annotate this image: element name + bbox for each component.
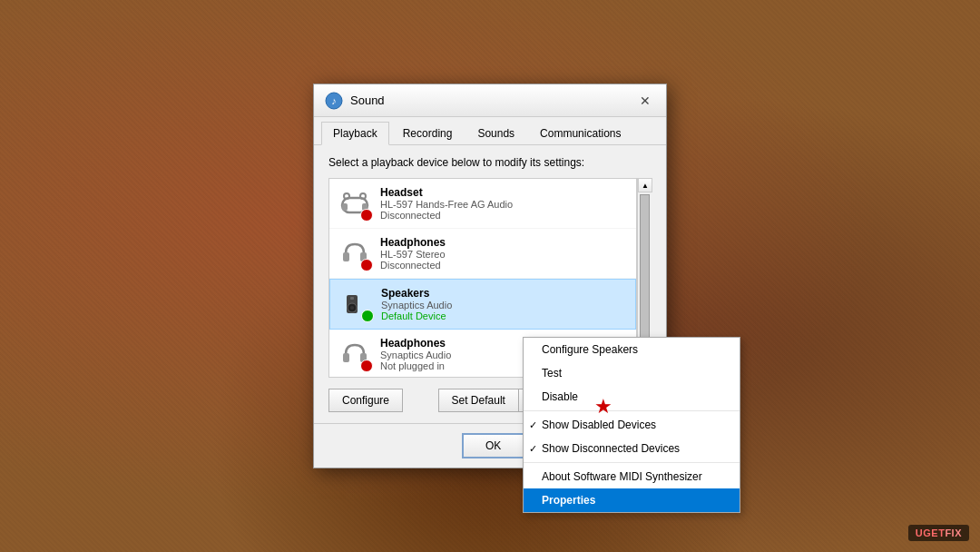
svg-rect-3 xyxy=(342,203,348,211)
separator1 xyxy=(524,410,740,411)
speakers-sub: Synaptics Audio xyxy=(381,300,626,310)
check-disconnected-icon: ✓ xyxy=(529,443,537,455)
sound-dialog: ♪ Sound ✕ Playback Recording Sounds Comm… xyxy=(313,84,667,468)
menu-show-disconnected[interactable]: ✓ Show Disconnected Devices xyxy=(524,437,740,460)
svg-rect-13 xyxy=(343,353,349,362)
context-menu: Configure Speakers Test Disable ✓ Show D… xyxy=(523,337,740,513)
menu-disable[interactable]: Disable xyxy=(524,385,740,409)
svg-rect-7 xyxy=(343,252,349,261)
ok-button[interactable]: OK xyxy=(462,433,525,458)
headphones1-sub: HL-597 Stereo xyxy=(380,249,627,260)
sound-icon: ♪ xyxy=(325,92,343,110)
set-default-button[interactable]: Set Default xyxy=(438,389,519,412)
svg-rect-12 xyxy=(350,297,354,300)
headphones1-status: Disconnected xyxy=(380,260,627,271)
menu-about-midi[interactable]: About Software MIDI Synthesizer xyxy=(524,465,740,488)
headset-sub: HL-597 Hands-Free AG Audio xyxy=(380,199,627,210)
headphones1-info: Headphones HL-597 Stereo Disconnected xyxy=(380,236,627,271)
close-button[interactable]: ✕ xyxy=(635,91,655,111)
show-disconnected-label: Show Disconnected Devices xyxy=(542,442,680,455)
test-label: Test xyxy=(542,367,562,380)
svg-point-11 xyxy=(350,306,354,310)
speakers-info: Speakers Synaptics Audio Default Device xyxy=(381,287,626,321)
headphones1-status-badge xyxy=(360,259,373,271)
headphones2-icon-wrap xyxy=(338,338,371,370)
description-text: Select a playback device below to modify… xyxy=(328,156,652,169)
show-disabled-label: Show Disabled Devices xyxy=(542,419,656,431)
svg-point-5 xyxy=(344,193,349,199)
speakers-name: Speakers xyxy=(381,287,626,300)
menu-show-disabled[interactable]: ✓ Show Disabled Devices xyxy=(524,413,740,437)
star-decoration: ★ xyxy=(594,395,612,419)
headphones2-status-badge xyxy=(360,360,373,372)
tab-bar: Playback Recording Sounds Communications xyxy=(314,117,666,145)
properties-label: Properties xyxy=(542,494,595,507)
configure-button[interactable]: Configure xyxy=(328,389,403,412)
speakers-status-badge xyxy=(361,310,374,322)
configure-speakers-label: Configure Speakers xyxy=(542,343,638,356)
tab-playback[interactable]: Playback xyxy=(321,122,389,145)
tab-communications[interactable]: Communications xyxy=(528,122,632,145)
device-headphones1[interactable]: Headphones HL-597 Stereo Disconnected xyxy=(329,229,636,279)
svg-text:♪: ♪ xyxy=(331,95,337,106)
svg-point-6 xyxy=(360,193,366,199)
headset-name: Headset xyxy=(380,186,627,199)
menu-test[interactable]: Test xyxy=(524,361,740,385)
device-headset[interactable]: Headset HL-597 Hands-Free AG Audio Disco… xyxy=(329,179,636,229)
headset-status: Disconnected xyxy=(380,210,627,221)
menu-properties[interactable]: Properties xyxy=(524,488,740,512)
title-bar: ♪ Sound ✕ xyxy=(314,84,666,117)
menu-configure-speakers[interactable]: Configure Speakers xyxy=(524,338,740,361)
device-speakers[interactable]: Speakers Synaptics Audio Default Device xyxy=(329,279,636,330)
separator2 xyxy=(524,462,740,463)
headphones1-icon-wrap xyxy=(338,237,371,270)
tab-sounds[interactable]: Sounds xyxy=(466,122,526,145)
tab-recording[interactable]: Recording xyxy=(391,122,465,145)
watermark-prefix: UGET xyxy=(916,527,946,538)
about-midi-label: About Software MIDI Synthesizer xyxy=(542,470,702,483)
headset-info: Headset HL-597 Hands-Free AG Audio Disco… xyxy=(380,186,627,221)
check-disabled-icon: ✓ xyxy=(529,419,537,431)
speakers-icon-wrap xyxy=(339,288,372,320)
window-title: Sound xyxy=(350,94,385,107)
disable-label: Disable xyxy=(542,390,578,403)
headphones1-name: Headphones xyxy=(380,236,627,249)
watermark: UGETFIX xyxy=(908,525,969,541)
title-left: ♪ Sound xyxy=(325,92,385,110)
watermark-suffix: FIX xyxy=(945,527,962,538)
scrollbar-up[interactable]: ▲ xyxy=(638,178,652,192)
headset-status-badge xyxy=(360,209,373,222)
headset-icon-wrap xyxy=(338,187,371,220)
speakers-status: Default Device xyxy=(381,310,626,321)
